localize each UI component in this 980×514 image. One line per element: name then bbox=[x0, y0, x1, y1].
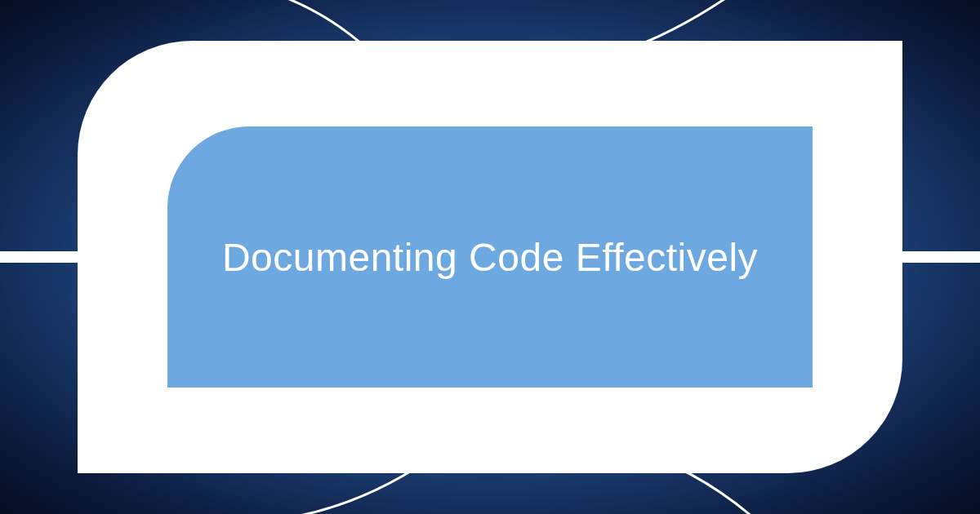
outer-frame: Documenting Code Effectively bbox=[78, 41, 902, 473]
page-title: Documenting Code Effectively bbox=[222, 235, 758, 280]
title-panel: Documenting Code Effectively bbox=[167, 126, 813, 388]
